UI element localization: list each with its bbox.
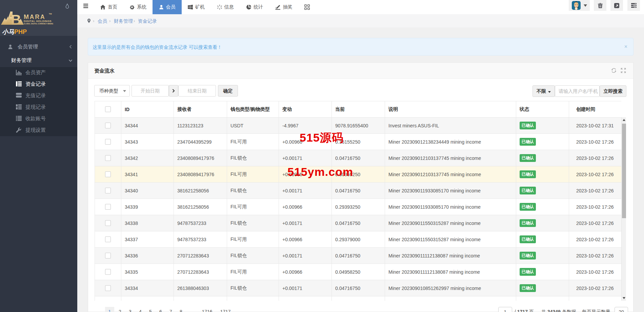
svg-text:MARA: MARA: [24, 14, 45, 20]
svg-text:GLOBAL DIGITAL CURRENCY MINING: GLOBAL DIGITAL CURRENCY MINING: [24, 23, 54, 25]
svg-text:DIGITAL HOLDINGS: DIGITAL HOLDINGS: [24, 20, 52, 23]
svg-text:TM: TM: [49, 13, 52, 15]
